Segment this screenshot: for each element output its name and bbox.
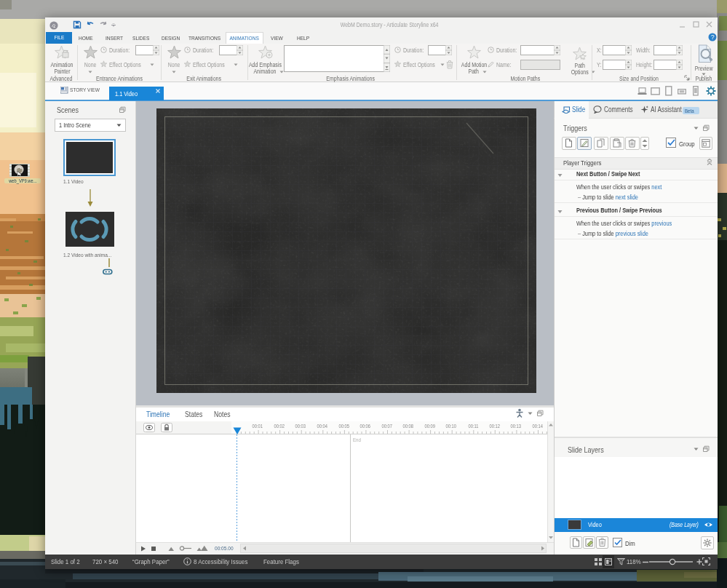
svg-text:?: ?	[711, 33, 715, 41]
